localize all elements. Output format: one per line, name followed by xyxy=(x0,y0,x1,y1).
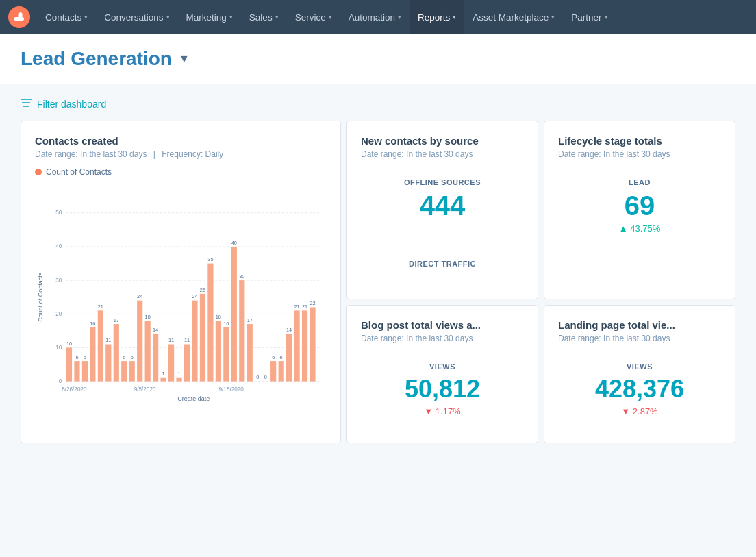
svg-text:24: 24 xyxy=(192,293,197,299)
legend-dot xyxy=(35,169,42,175)
chevron-down-icon: ▾ xyxy=(551,14,555,21)
chevron-down-icon: ▾ xyxy=(453,14,456,21)
bar xyxy=(184,345,190,382)
svg-text:30: 30 xyxy=(239,273,244,280)
bar xyxy=(231,247,237,382)
bar xyxy=(247,324,253,382)
svg-text:40: 40 xyxy=(231,240,237,246)
svg-text:6: 6 xyxy=(280,354,283,360)
contacts-created-subtitle: Date range: In the last 30 days | Freque… xyxy=(35,149,327,159)
bar xyxy=(66,347,72,381)
landing-views-card: Landing page total vie... Date range: In… xyxy=(544,305,735,444)
lead-change: ▲ 43.75% xyxy=(558,223,721,234)
arrow-down-icon: ▼ xyxy=(621,406,630,417)
new-contacts-title: New contacts by source xyxy=(361,135,524,147)
svg-text:21: 21 xyxy=(98,304,103,310)
bar xyxy=(145,321,151,381)
svg-text:24: 24 xyxy=(137,293,142,299)
nav-partner[interactable]: Partner ▾ xyxy=(563,0,616,34)
nav-automation[interactable]: Automation ▾ xyxy=(340,0,410,34)
svg-text:10: 10 xyxy=(66,341,72,347)
arrow-up-icon: ▲ xyxy=(619,223,628,234)
svg-text:14: 14 xyxy=(153,327,158,334)
contacts-created-card: Contacts created Date range: In the last… xyxy=(21,121,341,443)
nav-sales[interactable]: Sales ▾ xyxy=(241,0,287,34)
bar xyxy=(200,294,205,382)
chevron-down-icon: ▾ xyxy=(398,14,401,21)
lifecycle-title: Lifecycle stage totals xyxy=(558,135,721,147)
nav-contacts[interactable]: Contacts ▾ xyxy=(37,0,96,34)
nav-marketing[interactable]: Marketing ▾ xyxy=(178,0,241,34)
svg-text:50: 50 xyxy=(55,210,62,216)
svg-text:26: 26 xyxy=(200,287,205,293)
new-contacts-offline-section: OFFLINE SOURCES 444 xyxy=(361,167,524,232)
svg-text:11: 11 xyxy=(184,337,190,343)
svg-text:22: 22 xyxy=(310,300,315,306)
landing-views-subtitle: Date range: In the last 30 days xyxy=(558,334,721,343)
svg-text:30: 30 xyxy=(55,277,62,284)
offline-sources-label: OFFLINE SOURCES xyxy=(361,178,524,186)
landing-views-stat: VIEWS 428,376 ▼ 2.87% xyxy=(558,351,721,428)
blog-views-change: ▼ 1.17% xyxy=(361,406,524,417)
bar xyxy=(302,310,307,381)
chevron-down-icon: ▾ xyxy=(605,14,608,21)
filter-icon xyxy=(21,98,32,110)
svg-text:0: 0 xyxy=(264,374,267,380)
nav-reports[interactable]: Reports ▾ xyxy=(410,0,464,34)
svg-text:9/5/2020: 9/5/2020 xyxy=(134,386,156,393)
page-title: Lead Generation xyxy=(21,48,172,70)
main-content: Filter dashboard Contacts created Date r… xyxy=(0,84,756,457)
svg-text:40: 40 xyxy=(55,243,62,249)
contacts-created-title: Contacts created xyxy=(35,135,327,147)
svg-text:6: 6 xyxy=(84,354,86,360)
bar xyxy=(90,327,95,382)
svg-text:14: 14 xyxy=(286,327,292,334)
filter-bar: Filter dashboard xyxy=(21,98,735,110)
bar xyxy=(105,345,111,382)
svg-text:17: 17 xyxy=(247,317,253,323)
bar xyxy=(286,334,292,382)
nav-asset-marketplace[interactable]: Asset Marketplace ▾ xyxy=(464,0,563,34)
bar xyxy=(161,378,166,382)
svg-text:21: 21 xyxy=(302,304,307,310)
svg-text:1: 1 xyxy=(162,371,165,377)
nav-service[interactable]: Service ▾ xyxy=(287,0,340,34)
new-contacts-subtitle: Date range: In the last 30 days xyxy=(361,149,524,159)
bar xyxy=(294,310,299,381)
arrow-down-icon: ▼ xyxy=(424,406,433,417)
nav-conversations[interactable]: Conversations ▾ xyxy=(96,0,177,34)
chevron-down-icon: ▾ xyxy=(166,14,170,21)
svg-text:16: 16 xyxy=(223,321,229,327)
svg-text:18: 18 xyxy=(216,314,221,320)
bar xyxy=(114,324,119,382)
bar xyxy=(98,310,103,381)
bar xyxy=(82,361,88,381)
svg-text:6: 6 xyxy=(75,354,78,360)
lifecycle-card: Lifecycle stage totals Date range: In th… xyxy=(544,121,735,299)
filter-label[interactable]: Filter dashboard xyxy=(37,99,106,110)
x-axis-title: Create date xyxy=(177,395,210,402)
svg-text:21: 21 xyxy=(294,304,299,310)
bar xyxy=(279,361,284,381)
offline-sources-value: 444 xyxy=(361,190,524,221)
lifecycle-subtitle: Date range: In the last 30 days xyxy=(558,149,721,159)
svg-text:35: 35 xyxy=(207,256,213,262)
bar xyxy=(74,361,79,381)
page-header: Lead Generation ▼ xyxy=(0,34,756,84)
svg-text:17: 17 xyxy=(114,317,119,323)
svg-text:6: 6 xyxy=(131,354,134,360)
navigation: Contacts ▾ Conversations ▾ Marketing ▾ S… xyxy=(0,0,756,34)
svg-text:18: 18 xyxy=(145,314,151,320)
svg-text:6: 6 xyxy=(272,354,275,360)
hubspot-logo xyxy=(8,6,30,28)
chevron-down-icon: ▾ xyxy=(275,14,279,21)
landing-views-title: Landing page total vie... xyxy=(558,319,721,331)
blog-views-stat: VIEWS 50,812 ▼ 1.17% xyxy=(361,351,524,428)
bar xyxy=(176,378,181,382)
chevron-down-icon: ▾ xyxy=(84,14,88,21)
bar xyxy=(168,345,174,382)
bar xyxy=(216,321,221,381)
page-title-dropdown-icon[interactable]: ▼ xyxy=(179,53,190,65)
landing-views-label: VIEWS xyxy=(558,362,721,371)
svg-text:8/26/2020: 8/26/2020 xyxy=(62,386,87,393)
